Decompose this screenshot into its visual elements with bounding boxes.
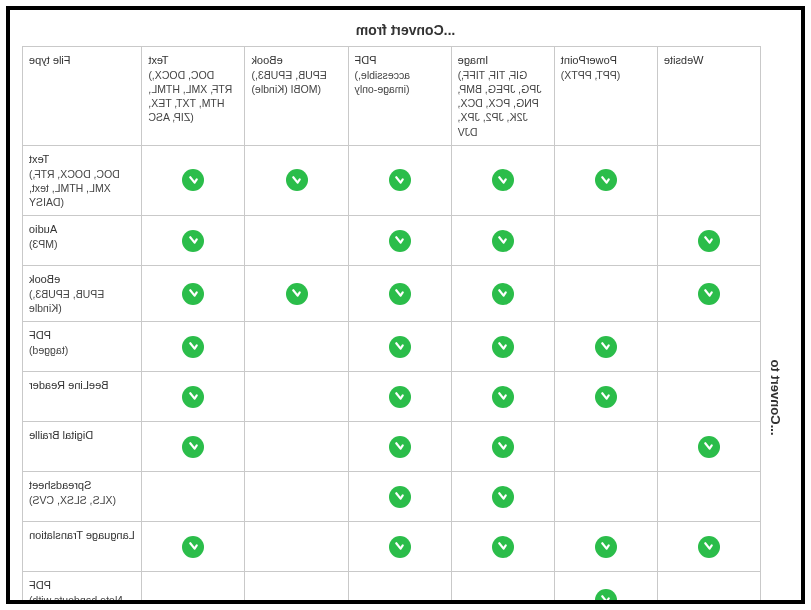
cell	[245, 422, 348, 472]
check-icon	[389, 230, 411, 252]
row-label: PDF	[29, 328, 135, 343]
row-label: Spreadsheet	[29, 478, 135, 493]
col-website: Website	[657, 47, 760, 146]
check-icon	[286, 283, 308, 305]
check-icon	[182, 283, 204, 305]
check-icon	[182, 386, 204, 408]
table-row: Digital Braille	[23, 422, 761, 472]
col-ebook: eBook (EPUB, EPUB3, MOBI (Kindle))	[245, 47, 348, 146]
side-label: Convert to...	[761, 166, 789, 604]
row-label: PDF	[29, 578, 135, 593]
cell	[554, 372, 657, 422]
check-icon	[492, 486, 514, 508]
check-icon	[182, 436, 204, 458]
check-icon	[182, 536, 204, 558]
row-header: Digital Braille	[23, 422, 142, 472]
cell	[554, 472, 657, 522]
table-row: BeeLine Reader	[23, 372, 761, 422]
cell	[348, 522, 451, 572]
cell	[142, 216, 245, 266]
cell	[245, 266, 348, 322]
check-icon	[389, 486, 411, 508]
check-icon	[595, 169, 617, 191]
check-icon	[389, 336, 411, 358]
cell	[657, 422, 760, 472]
row-header: Audio(MP3)	[23, 216, 142, 266]
cell	[657, 472, 760, 522]
conversion-table: File type Text (DOC, DOCX, RTF, XML, HTM…	[22, 46, 761, 604]
check-icon	[286, 169, 308, 191]
check-icon	[492, 536, 514, 558]
cell	[554, 266, 657, 322]
row-header: Text(DOC, DOCX, RTF, XML, HTML, text, DA…	[23, 145, 142, 215]
check-icon	[492, 230, 514, 252]
cell	[245, 145, 348, 215]
cell	[451, 145, 554, 215]
row-sublabel: (MP3)	[29, 237, 135, 251]
table-row: PDF(Note handouts with slide images)	[23, 572, 761, 604]
check-icon	[492, 436, 514, 458]
row-label: eBook	[29, 272, 135, 287]
row-sublabel: (XLS, SLSX, CVS)	[29, 493, 135, 507]
check-icon	[595, 536, 617, 558]
check-icon	[182, 336, 204, 358]
cell	[348, 322, 451, 372]
cell	[142, 522, 245, 572]
cell	[348, 472, 451, 522]
cell	[554, 216, 657, 266]
check-icon	[595, 336, 617, 358]
check-icon	[595, 386, 617, 408]
row-label: Audio	[29, 222, 135, 237]
cell	[451, 572, 554, 604]
cell	[554, 422, 657, 472]
check-icon	[389, 169, 411, 191]
check-icon	[698, 536, 720, 558]
cell	[245, 322, 348, 372]
cell	[451, 522, 554, 572]
table-row: Text(DOC, DOCX, RTF, XML, HTML, text, DA…	[23, 145, 761, 215]
row-label: Digital Braille	[29, 428, 135, 443]
cell	[657, 266, 760, 322]
cell	[142, 145, 245, 215]
cell	[657, 216, 760, 266]
cell	[657, 372, 760, 422]
cell	[142, 572, 245, 604]
row-sublabel: (DOC, DOCX, RTF, XML, HTML, text, DAISY)	[29, 167, 135, 210]
conversion-matrix-frame: Convert from... File type Text (DOC, DOC…	[6, 6, 805, 604]
check-icon	[698, 436, 720, 458]
row-label: Language Translation	[29, 528, 135, 543]
cell	[142, 322, 245, 372]
cell	[657, 572, 760, 604]
check-icon	[492, 386, 514, 408]
row-label: Text	[29, 152, 135, 167]
cell	[451, 216, 554, 266]
table-row: eBook(EPUB, EPUB3, Kindle)	[23, 266, 761, 322]
col-pdf: PDF (accessible, image-only)	[348, 47, 451, 146]
cell	[451, 322, 554, 372]
check-icon	[698, 230, 720, 252]
title: Convert from...	[22, 18, 789, 46]
check-icon	[389, 436, 411, 458]
cell	[451, 472, 554, 522]
row-sublabel: (EPUB, EPUB3, Kindle)	[29, 287, 135, 315]
check-icon	[389, 283, 411, 305]
cell	[554, 322, 657, 372]
cell	[245, 522, 348, 572]
cell	[142, 266, 245, 322]
table-row: Spreadsheet(XLS, SLSX, CVS)	[23, 472, 761, 522]
row-header: BeeLine Reader	[23, 372, 142, 422]
cell	[348, 422, 451, 472]
col-powerpoint: PowerPoint (PPT, PPTX)	[554, 47, 657, 146]
check-icon	[492, 283, 514, 305]
row-label: BeeLine Reader	[29, 378, 135, 393]
cell	[554, 145, 657, 215]
header-row: File type Text (DOC, DOCX, RTF, XML, HTM…	[23, 47, 761, 146]
cell	[657, 522, 760, 572]
table-row: Audio(MP3)	[23, 216, 761, 266]
col-text: Text (DOC, DOCX, RTF, XML, HTML, HTM, TX…	[142, 47, 245, 146]
table-row: PDF(tagged)	[23, 322, 761, 372]
cell	[348, 145, 451, 215]
layout: File type Text (DOC, DOCX, RTF, XML, HTM…	[22, 46, 789, 604]
row-header: eBook(EPUB, EPUB3, Kindle)	[23, 266, 142, 322]
cell	[657, 145, 760, 215]
